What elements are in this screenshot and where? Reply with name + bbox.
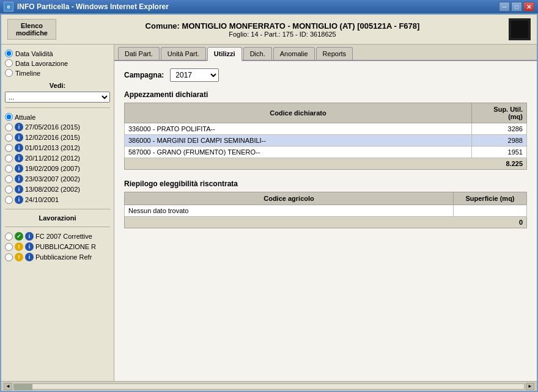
scroll-track[interactable]: [13, 383, 525, 390]
lav-item-3[interactable]: ! i Pubblicazione Refr: [5, 253, 110, 261]
col-codice-dichiarato: Codice dichiarato: [125, 103, 472, 123]
header: Elenco modifiche Comune: MONTIGLIO MONFE…: [1, 15, 537, 45]
window-title: INFO Particella - Windows Internet Explo…: [17, 2, 169, 11]
header-icon: [509, 18, 531, 40]
appezzamenti-total-row: 8.225: [125, 158, 527, 170]
campagna-select[interactable]: 2017 2016 2015 2014: [170, 68, 219, 82]
tab-unita-part[interactable]: Unità Part.: [161, 47, 206, 60]
appezzamenti-title: Appezzamenti dichiarati: [124, 90, 527, 99]
lav-item-1[interactable]: ✓ i FC 2007 Correttive: [5, 232, 110, 241]
table-row: 587000 - GRANO (FRUMENTO) TENERO-- 1951: [125, 147, 527, 158]
elenco-modifiche-label: Elenco modifiche: [7, 19, 56, 40]
col-superficie: Superficie (mq): [454, 192, 527, 205]
info-icon-5: i: [15, 164, 23, 173]
radio-data-lavorazione[interactable]: Data Lavorazione: [5, 59, 110, 67]
header-info: Comune: MONTIGLIO MONFERRATO - MONTIGLIO…: [68, 21, 496, 38]
sidebar: Data Validità Data Lavorazione Timeline …: [1, 45, 114, 381]
table-row: Nessun dato trovato: [125, 205, 527, 217]
cell-codice-3: 587000 - GRANO (FRUMENTO) TENERO--: [125, 147, 472, 158]
comune-value: Comune: MONTIGLIO MONFERRATO - MONTIGLIO…: [68, 21, 496, 31]
radio-timeline[interactable]: Timeline: [5, 69, 110, 77]
warning-icon-3: !: [15, 253, 23, 261]
campagna-row: Campagna: 2017 2016 2015 2014: [124, 68, 527, 82]
info-icon-2: i: [15, 133, 23, 142]
close-button[interactable]: ✕: [523, 2, 534, 12]
tab-bar: Dati Part. Unità Part. Utilizzi Dich. An…: [114, 45, 537, 61]
col-codice-agricolo: Codice agricolo: [125, 192, 454, 205]
right-panel: Dati Part. Unità Part. Utilizzi Dich. An…: [114, 45, 537, 381]
comune-name: MONTIGLIO MONFERRATO - MONTIGLIO (AT) [0…: [182, 21, 420, 31]
col-sup-util: Sup. Util.(mq): [472, 103, 527, 123]
date-3[interactable]: i 01/01/2013 (2012): [5, 143, 110, 152]
scroll-left-arrow[interactable]: ◄: [4, 383, 12, 390]
tab-utilizzi[interactable]: Utilizzi: [207, 47, 242, 61]
cell-codice-1: 336000 - PRATO POLIFITA--: [125, 123, 472, 135]
main-content: Data Validità Data Lavorazione Timeline …: [1, 45, 537, 381]
riepilogo-total-row: 0: [125, 217, 527, 228]
date-7[interactable]: i 13/08/2002 (2002): [5, 185, 110, 194]
info-icon-3: i: [15, 143, 23, 152]
table-row: 336000 - PRATO POLIFITA-- 3286: [125, 123, 527, 135]
main-window: Elenco modifiche Comune: MONTIGLIO MONFE…: [0, 13, 538, 392]
riepilogo-table: Codice agricolo Superficie (mq) Nessun d…: [124, 192, 527, 228]
date-8[interactable]: i 24/10/2001: [5, 195, 110, 204]
riepilogo-title: Riepilogo eleggibilità riscontrata: [124, 180, 527, 188]
vedi-select[interactable]: ...: [5, 92, 110, 103]
date-2[interactable]: i 12/02/2016 (2015): [5, 133, 110, 142]
lavorazioni-title: Lavorazioni: [5, 214, 110, 222]
scroll-thumb[interactable]: [14, 384, 32, 390]
info-icon-1: i: [15, 123, 23, 131]
vedi-label: Vedi:: [5, 82, 110, 89]
date-attuale[interactable]: Attuale: [5, 113, 110, 121]
sidebar-divider: [5, 107, 110, 108]
date-1[interactable]: i 27/05/2016 (2015): [5, 123, 110, 131]
tab-dati-part[interactable]: Dati Part.: [118, 47, 160, 60]
cell-codice-2: 386000 - MARGINI DEI CAMPI SEMINABILI--: [125, 135, 472, 147]
table-row: 386000 - MARGINI DEI CAMPI SEMINABILI-- …: [125, 135, 527, 147]
lav-item-2[interactable]: ! i PUBBLICAZIONE R: [5, 242, 110, 251]
tab-anomalie[interactable]: Anomalie: [273, 47, 315, 60]
foglio-info: Foglio: 14 - Part.: 175 - ID: 3618625: [68, 31, 496, 38]
info-icon-lav2: i: [25, 242, 34, 251]
horizontal-scrollbar: ◄ ►: [1, 381, 537, 391]
cell-sup-2: 2988: [472, 135, 527, 147]
radio-data-validita[interactable]: Data Validità: [5, 49, 110, 57]
maximize-button[interactable]: □: [511, 2, 522, 12]
minimize-button[interactable]: ─: [499, 2, 510, 12]
logo-image: [511, 21, 528, 38]
campagna-label: Campagna:: [124, 71, 164, 79]
info-icon-6: i: [15, 175, 23, 183]
app-icon: e: [4, 2, 13, 12]
tab-content-utilizzi: Campagna: 2017 2016 2015 2014 Appezzamen…: [114, 61, 537, 381]
scroll-right-arrow[interactable]: ►: [526, 383, 534, 390]
cell-riepilogo-sup: [454, 205, 527, 217]
date-4[interactable]: i 20/11/2012 (2012): [5, 154, 110, 162]
date-5[interactable]: i 19/02/2009 (2007): [5, 164, 110, 173]
cell-nessun-dato: Nessun dato trovato: [125, 205, 454, 217]
info-icon-7: i: [15, 185, 23, 194]
filter-radio-group: Data Validità Data Lavorazione Timeline: [5, 49, 110, 77]
check-icon-1: ✓: [15, 232, 23, 241]
appezzamenti-table: Codice dichiarato Sup. Util.(mq) 336000 …: [124, 103, 527, 170]
title-bar: e INFO Particella - Windows Internet Exp…: [0, 0, 538, 13]
info-icon-8: i: [15, 195, 23, 204]
tab-reports[interactable]: Reports: [316, 47, 353, 60]
appezzamenti-total: 8.225: [125, 158, 527, 170]
tab-dich[interactable]: Dich.: [243, 47, 272, 60]
info-icon-lav3: i: [25, 253, 34, 261]
warning-icon-2: !: [15, 242, 23, 251]
info-icon-4: i: [15, 154, 23, 162]
cell-sup-1: 3286: [472, 123, 527, 135]
date-6[interactable]: i 23/03/2007 (2002): [5, 175, 110, 183]
info-icon-lav1: i: [25, 232, 34, 241]
lavorazioni-divider2: [5, 227, 110, 227]
riepilogo-total: 0: [125, 217, 527, 228]
cell-sup-3: 1951: [472, 147, 527, 158]
window-controls: ─ □ ✕: [499, 2, 534, 12]
lavorazioni-divider: [5, 209, 110, 209]
